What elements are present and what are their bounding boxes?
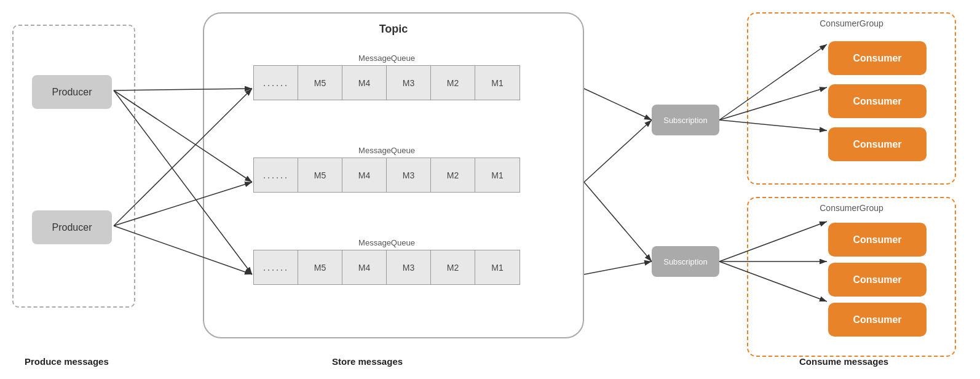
- mq-3-cell-2: M4: [342, 250, 387, 284]
- mq-2-cell-3: M3: [387, 158, 431, 192]
- mq-3-cell-0: ......: [254, 250, 298, 284]
- mq-3-row: ...... M5 M4 M3 M2 M1: [253, 250, 520, 285]
- produce-section-label: Produce messages: [25, 356, 109, 367]
- mq-2-row: ...... M5 M4 M3 M2 M1: [253, 158, 520, 193]
- producer-box-2: Producer: [32, 210, 112, 244]
- mq-2-label: MessageQueue: [253, 146, 520, 155]
- svg-line-9: [584, 261, 652, 274]
- mq-1-row: ...... M5 M4 M3 M2 M1: [253, 65, 520, 100]
- mq-3-cell-4: M2: [431, 250, 475, 284]
- mq-1-cell-1: M5: [298, 66, 342, 100]
- consumer-1-3: Consumer: [828, 127, 927, 161]
- producer-box-1: Producer: [32, 75, 112, 109]
- consumer-1-2: Consumer: [828, 84, 927, 118]
- topic-label: Topic: [379, 23, 408, 36]
- consumer-group-1: ConsumerGroup Consumer Consumer Consumer: [747, 12, 956, 185]
- mq-3-label: MessageQueue: [253, 238, 520, 247]
- svg-line-8: [584, 120, 652, 182]
- subscription-box-2: Subscription: [652, 246, 719, 277]
- mq-1-cell-2: M4: [342, 66, 387, 100]
- subscription-box-1: Subscription: [652, 105, 719, 135]
- mq-1-cell-3: M3: [387, 66, 431, 100]
- mq-2-cell-5: M1: [475, 158, 520, 192]
- message-queue-1: MessageQueue ...... M5 M4 M3 M2 M1: [253, 54, 520, 100]
- mq-1-label: MessageQueue: [253, 54, 520, 63]
- producer-1-label: Producer: [52, 87, 92, 98]
- mq-1-cell-5: M1: [475, 66, 520, 100]
- consumer-1-1: Consumer: [828, 41, 927, 75]
- producer-2-label: Producer: [52, 222, 92, 233]
- mq-2-cell-1: M5: [298, 158, 342, 192]
- consumer-group-2: ConsumerGroup Consumer Consumer Consumer: [747, 197, 956, 357]
- subscription-2-label: Subscription: [663, 257, 708, 266]
- cg-1-label: ConsumerGroup: [820, 18, 883, 28]
- cg-2-label: ConsumerGroup: [820, 203, 883, 213]
- mq-3-cell-5: M1: [475, 250, 520, 284]
- mq-2-cell-2: M4: [342, 158, 387, 192]
- topic-section: Topic MessageQueue ...... M5 M4 M3 M2 M1…: [203, 12, 584, 338]
- mq-2-cell-0: ......: [254, 158, 298, 192]
- message-queue-3: MessageQueue ...... M5 M4 M3 M2 M1: [253, 238, 520, 285]
- mq-1-cell-4: M2: [431, 66, 475, 100]
- diagram-container: Producer Producer Topic MessageQueue ...…: [0, 0, 980, 379]
- svg-line-7: [584, 89, 652, 120]
- consumer-2-1: Consumer: [828, 223, 927, 257]
- consumer-2-2: Consumer: [828, 263, 927, 297]
- mq-2-cell-4: M2: [431, 158, 475, 192]
- mq-1-cell-0: ......: [254, 66, 298, 100]
- consumer-2-3: Consumer: [828, 303, 927, 337]
- mq-3-cell-3: M3: [387, 250, 431, 284]
- consume-section-label: Consume messages: [799, 356, 888, 367]
- message-queue-2: MessageQueue ...... M5 M4 M3 M2 M1: [253, 146, 520, 193]
- produce-section: Producer Producer: [12, 25, 135, 308]
- svg-line-10: [584, 182, 652, 261]
- mq-3-cell-1: M5: [298, 250, 342, 284]
- subscription-1-label: Subscription: [663, 116, 708, 125]
- store-section-label: Store messages: [332, 356, 403, 367]
